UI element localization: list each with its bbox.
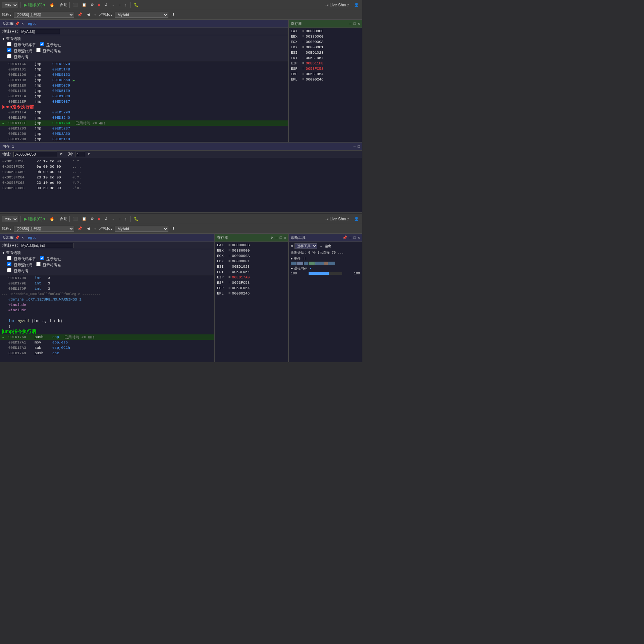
bottom-reg-settings[interactable]: ⚙ bbox=[271, 235, 273, 240]
thread-nav1-top[interactable]: ◀ bbox=[86, 12, 91, 17]
top-mem-cols-input[interactable] bbox=[75, 152, 85, 157]
thread-nav2-top[interactable]: ↕ bbox=[93, 12, 98, 17]
table-row[interactable]: 00ED11D6jmp00ED5153 bbox=[0, 72, 288, 77]
arch-select-top[interactable]: x86 bbox=[2, 2, 18, 8]
step-over-btn[interactable]: → bbox=[110, 3, 116, 7]
table-row[interactable]: 00ED1203jmp00ED5237 bbox=[0, 126, 288, 131]
toolbar-right-top: ⇥ Live Share 👤 bbox=[323, 2, 360, 8]
step-into-btn[interactable]: ↓ bbox=[118, 3, 122, 7]
top-cb1[interactable]: 显示代码字节 bbox=[7, 42, 36, 48]
thread-select-bottom[interactable]: [22656] 主线程 bbox=[14, 226, 74, 232]
live-share-button-bottom[interactable]: ⇥ Live Share bbox=[323, 216, 351, 222]
sep-b1 bbox=[20, 216, 20, 222]
icon-btn-2[interactable]: 📋 bbox=[80, 2, 88, 7]
icon-btn-3[interactable]: ⚙ bbox=[89, 2, 95, 7]
top-disasm-x[interactable]: ✕ bbox=[21, 21, 24, 26]
bottom-reg-maxim[interactable]: □ bbox=[280, 236, 282, 240]
top-view-options-toggle[interactable]: ▼ 查看选项 bbox=[2, 36, 286, 41]
continue-button-top[interactable]: ▶ 继续(C) ▾ bbox=[22, 2, 47, 8]
table-row[interactable]: 00ED17A1movebp,esp bbox=[0, 340, 214, 345]
table-row[interactable]: 00ED17A9pushebx bbox=[0, 351, 214, 356]
icon-btn-b3[interactable]: ⚙ bbox=[89, 216, 95, 221]
bottom-reg-close[interactable]: ✕ bbox=[284, 235, 286, 240]
top-reg-minimize[interactable]: — bbox=[349, 22, 352, 26]
live-share-button-top[interactable]: ⇥ Live Share bbox=[323, 2, 351, 8]
thread-nav2-bottom[interactable]: ↕ bbox=[93, 226, 98, 231]
stack-nav-bottom[interactable]: ⬇ bbox=[170, 226, 176, 231]
top-cb3[interactable]: 显示源代码 bbox=[7, 48, 32, 54]
top-cb4[interactable]: 显示符号名 bbox=[36, 48, 61, 54]
diag-tool-select[interactable]: 选择工具 bbox=[294, 243, 317, 249]
user-icon-bottom[interactable]: 👤 bbox=[353, 216, 360, 221]
bottom-cb3[interactable]: 显示源代码 bbox=[7, 262, 32, 268]
step-out-btn[interactable]: ↑ bbox=[123, 3, 128, 7]
table-row[interactable]: ⇒00ED17A0pushebp已用时间 <= 8ms bbox=[0, 334, 214, 340]
bottom-disasm-pin[interactable]: 📌 bbox=[15, 235, 19, 240]
stack-nav-top[interactable]: ⬇ bbox=[170, 12, 176, 17]
table-row[interactable]: 00ED11CCjmp00ED2970 bbox=[0, 61, 288, 67]
thread-pin-top[interactable]: 📌 bbox=[76, 12, 84, 17]
top-mem-max[interactable]: □ bbox=[358, 145, 360, 149]
mem-address: 0x0053FC58 bbox=[2, 159, 33, 163]
icon-btn-b1[interactable]: ⬛ bbox=[72, 216, 79, 221]
bottom-disasm-x[interactable]: ✕ bbox=[21, 235, 24, 240]
restart-btn-b[interactable]: ↺ bbox=[103, 216, 109, 221]
top-mem-addr-input[interactable] bbox=[13, 152, 57, 157]
table-row[interactable]: ⇒00ED11FEjmp00ED17A0已用时间 <= 4ms bbox=[0, 120, 288, 126]
bottom-cb5[interactable]: 显示行号 bbox=[7, 268, 29, 274]
table-row[interactable]: 00ED11DBjmp00ED3560▶ bbox=[0, 77, 288, 83]
icon-btn-1[interactable]: ⬛ bbox=[72, 2, 79, 7]
top-disasm-pin[interactable]: 📌 bbox=[15, 21, 19, 26]
stop-btn[interactable]: ■ bbox=[97, 3, 102, 7]
top-reg-close[interactable]: ✕ bbox=[358, 21, 360, 26]
diag-min[interactable]: — bbox=[349, 236, 352, 240]
bottom-cb4[interactable]: 显示符号名 bbox=[36, 262, 61, 268]
stack-select-top[interactable]: MyAdd bbox=[115, 12, 168, 18]
diag-pin[interactable]: 📌 bbox=[342, 235, 347, 240]
table-row[interactable]: 00ED11F4jmp00ED5290 bbox=[0, 110, 288, 115]
diag-close[interactable]: ✕ bbox=[358, 235, 360, 240]
top-reg-maxim[interactable]: □ bbox=[354, 22, 356, 26]
debug-icon-btn-b[interactable]: 🐛 bbox=[132, 216, 140, 221]
top-addr-input[interactable] bbox=[20, 29, 60, 34]
bottom-addr-input[interactable] bbox=[20, 243, 73, 248]
top-cb5[interactable]: 显示行号 bbox=[7, 54, 29, 60]
bottom-cb1[interactable]: 显示代码字节 bbox=[7, 256, 36, 262]
fire-button-bottom[interactable]: 🔥 bbox=[48, 216, 56, 221]
arch-select-bottom[interactable]: x86 bbox=[2, 216, 18, 222]
table-row[interactable]: 00ED11EAjmp00ED1BC0 bbox=[0, 94, 288, 99]
top-mem-refresh[interactable]: ↺ bbox=[58, 152, 64, 157]
thread-select-top[interactable]: [22656] 主线程 bbox=[14, 12, 74, 18]
table-row[interactable]: 00ED11F9jmp00ED3240 bbox=[0, 115, 288, 120]
stack-select-bottom[interactable]: MyAdd bbox=[115, 226, 168, 232]
table-row[interactable]: 00ED11D1jmp00ED51FB bbox=[0, 67, 288, 72]
debug-icon-btn[interactable]: 🐛 bbox=[132, 2, 140, 7]
step-out-btn-b[interactable]: ↑ bbox=[123, 217, 128, 221]
table-row[interactable]: 00ED11E5jmp00ED51E9 bbox=[0, 88, 288, 94]
table-row[interactable]: 00ED11EFjmp00ED50B7 bbox=[0, 99, 288, 104]
step-over-btn-b[interactable]: → bbox=[110, 217, 116, 221]
bottom-cb2[interactable]: 显示地址 bbox=[40, 256, 61, 262]
continue-button-bottom[interactable]: ▶ 继续(C) ▾ bbox=[22, 216, 47, 222]
diag-output-btn[interactable]: 输出 bbox=[323, 244, 333, 249]
thread-pin-bottom[interactable]: 📌 bbox=[76, 226, 84, 231]
table-row[interactable]: 00ED17A3subesp,0CCh bbox=[0, 345, 214, 351]
table-row[interactable]: 00ED1208jmp00ED3A50 bbox=[0, 131, 288, 137]
top-mem-min[interactable]: — bbox=[354, 145, 356, 149]
user-icon-top[interactable]: 👤 bbox=[353, 2, 360, 7]
top-mem-cols-select[interactable]: ▾ bbox=[87, 152, 91, 157]
fire-button-top[interactable]: 🔥 bbox=[48, 2, 56, 7]
icon-btn-b2[interactable]: 📋 bbox=[80, 216, 88, 221]
diag-max[interactable]: □ bbox=[354, 236, 356, 240]
table-row[interactable]: 00ED11E0jmp00ED50C9 bbox=[0, 83, 288, 88]
bottom-reg-minimize[interactable]: — bbox=[275, 236, 278, 240]
table-row: --- D:\code\C_CODE\Callfun\Callfun\eg.c … bbox=[0, 291, 214, 297]
top-cb2[interactable]: 显示地址 bbox=[40, 42, 61, 48]
step-into-btn-b[interactable]: ↓ bbox=[118, 217, 122, 221]
table-row[interactable]: 00ED120Djmp00ED511D bbox=[0, 137, 288, 142]
restart-btn[interactable]: ↺ bbox=[103, 2, 109, 7]
stop-btn-b[interactable]: ■ bbox=[97, 217, 102, 221]
bottom-view-options-toggle[interactable]: ▼ 查看选项 bbox=[2, 250, 212, 255]
disasm-address: 00ED11DB bbox=[8, 78, 32, 82]
thread-nav1-bottom[interactable]: ◀ bbox=[86, 226, 91, 231]
